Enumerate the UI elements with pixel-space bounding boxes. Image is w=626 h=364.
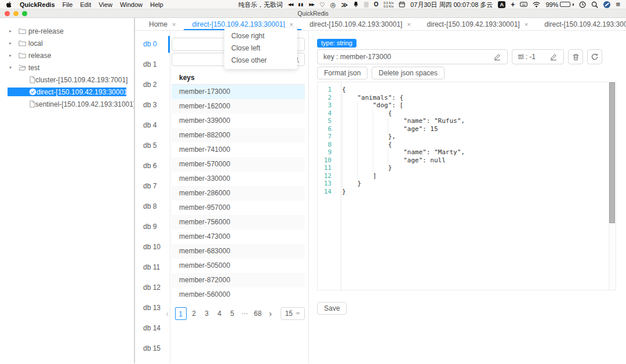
page-number[interactable]: 68 [253, 307, 263, 320]
db-item-db4[interactable]: db 4 [135, 115, 170, 136]
next-track-icon[interactable]: ▶▶ [309, 0, 314, 9]
bell-icon[interactable] [353, 1, 359, 8]
page-size-select[interactable]: 15 [281, 307, 305, 320]
reload-key-button[interactable] [587, 49, 602, 64]
key-row[interactable]: member-882000 [172, 128, 305, 143]
menubar-item-help[interactable]: Help [150, 0, 163, 9]
key-row[interactable]: member-560000 [172, 287, 305, 302]
menu-list-icon[interactable]: ≡ [616, 0, 620, 9]
tab-connection[interactable]: direct-[150.109.42.193:30001]× [301, 18, 419, 30]
tab-close-icon[interactable]: × [407, 21, 410, 28]
sidebar-connection[interactable]: direct-[150.109.42.193:30001] [8, 86, 126, 98]
network-speed[interactable]: 0.0 K/s 0.0 K/s [384, 1, 394, 8]
pause-icon[interactable]: ▮▮ [298, 0, 304, 9]
menubar-item-window[interactable]: Window [120, 0, 143, 9]
key-row[interactable]: member-741000 [172, 143, 305, 157]
db-item-db5[interactable]: db 5 [135, 136, 170, 156]
circle-o-icon[interactable]: O [374, 0, 378, 9]
key-row[interactable]: member-872000 [172, 273, 305, 287]
db-item-db13[interactable]: db 13 [135, 298, 170, 318]
caret-down-icon[interactable]: ▾ [9, 65, 19, 70]
key-row[interactable]: member-162000 [172, 99, 305, 114]
tab-connection[interactable]: direct-[150.109.42.193:30001]× [536, 18, 626, 30]
key-row[interactable]: member-173000 [172, 85, 305, 99]
tab-close-icon[interactable]: × [525, 21, 528, 28]
menubar-item-quickredis[interactable]: QuickRedis [20, 0, 55, 9]
edit-ttl-icon[interactable] [549, 53, 558, 61]
heart-icon[interactable]: ♡ [319, 0, 325, 9]
db-item-db2[interactable]: db 2 [135, 75, 170, 95]
sidebar-folder-release[interactable]: ▸release [0, 49, 134, 61]
sidebar-connection[interactable]: sentinel-[150.109.42.193:31001] [8, 98, 126, 110]
menubar-item-file[interactable]: File [63, 0, 73, 9]
wifi-icon[interactable] [533, 2, 540, 8]
key-row[interactable]: member-683000 [172, 244, 305, 259]
move-icon[interactable]: + [511, 0, 515, 9]
page-number[interactable]: 4 [214, 307, 225, 320]
sidebar-folder-test[interactable]: ▾test [0, 61, 134, 74]
db-item-db12[interactable]: db 12 [135, 278, 170, 298]
apple-logo-icon[interactable] [6, 1, 12, 8]
key-name-input[interactable]: key : member-173000 [317, 49, 508, 64]
sidebar-folder-pre-release[interactable]: ▸pre-release [0, 25, 134, 37]
db-item-db0[interactable]: db 0 [135, 34, 170, 54]
db-item-db7[interactable]: db 7 [135, 176, 170, 196]
caret-right-icon[interactable]: ▸ [9, 28, 19, 34]
key-row[interactable]: member-756000 [172, 215, 305, 230]
tab-close-icon[interactable]: × [172, 21, 176, 28]
delete-key-button[interactable] [568, 49, 583, 64]
dimmed-app-icon[interactable] [364, 2, 369, 8]
save-button[interactable]: Save [317, 302, 347, 315]
sidebar-connection[interactable]: cluster-[150.109.42.193:7001] [8, 74, 126, 86]
editor-scrollbar[interactable] [609, 82, 616, 290]
spotlight-search-icon[interactable] [591, 1, 598, 8]
page-number[interactable]: 2 [189, 307, 199, 320]
db-item-db11[interactable]: db 11 [135, 257, 170, 278]
menubar-item-view[interactable]: View [99, 0, 112, 9]
db-item-db6[interactable]: db 6 [135, 156, 170, 176]
clock-icon[interactable] [579, 1, 586, 8]
menubar-item-edit[interactable]: Edit [80, 0, 91, 9]
key-row[interactable]: member-505000 [172, 259, 305, 273]
scrollbar-thumb[interactable] [609, 82, 615, 223]
next-page-icon[interactable]: › [265, 307, 276, 320]
key-row[interactable]: member-330000 [172, 172, 305, 186]
sidebar-folder-local[interactable]: ▸local [0, 37, 134, 49]
target-icon[interactable]: ◎ [330, 0, 336, 9]
context-menu-item-close-other[interactable]: Close other [224, 54, 297, 67]
value-editor[interactable]: 1{2"animals": {3"dog": [4{5"name": "Rufu… [317, 82, 616, 290]
key-row[interactable]: member-570000 [172, 157, 305, 172]
db-item-db1[interactable]: db 1 [135, 54, 170, 75]
double-arrow-icon[interactable]: ≫ [341, 0, 348, 9]
db-item-db8[interactable]: db 8 [135, 196, 170, 217]
tab-home[interactable]: Home× [141, 18, 184, 30]
datetime-label[interactable]: 07月30日 周四 00:07:08 多云 [410, 0, 493, 9]
db-item-db9[interactable]: db 9 [135, 217, 170, 237]
tab-connection[interactable]: direct-[150.109.42.193:30001]× [419, 18, 537, 30]
keyboard-icon[interactable] [520, 2, 527, 7]
db-item-db14[interactable]: db 14 [135, 318, 170, 338]
caret-right-icon[interactable]: ▸ [9, 53, 19, 58]
calendar-icon[interactable] [399, 1, 405, 8]
page-number[interactable]: 5 [227, 307, 238, 320]
context-menu-item-close-left[interactable]: Close left [224, 42, 297, 54]
page-number[interactable]: 1 [175, 307, 187, 320]
edit-key-icon[interactable] [493, 53, 501, 61]
caret-right-icon[interactable]: ▸ [9, 41, 19, 46]
input-method-icon[interactable]: A [498, 1, 505, 8]
browser-icon[interactable] [603, 1, 610, 8]
context-menu-item-close-right[interactable]: Close right [224, 30, 297, 42]
key-row[interactable]: member-957000 [172, 201, 305, 215]
delete-json-spaces-button[interactable]: Delete json spaces [372, 67, 444, 79]
key-row[interactable]: member-473000 [172, 230, 305, 244]
battery-indicator[interactable]: 99% [545, 0, 574, 9]
db-item-db10[interactable]: db 10 [135, 237, 170, 257]
page-number[interactable]: 3 [202, 307, 212, 320]
tab-close-icon[interactable]: × [290, 21, 293, 28]
key-row[interactable]: member-339000 [172, 114, 305, 128]
format-json-button[interactable]: Format json [317, 67, 367, 79]
ttl-input[interactable]: ttl : -1 [512, 49, 564, 64]
db-item-db3[interactable]: db 3 [135, 95, 170, 115]
key-row[interactable]: member-286000 [172, 186, 305, 201]
db-item-db15[interactable]: db 15 [135, 338, 170, 359]
